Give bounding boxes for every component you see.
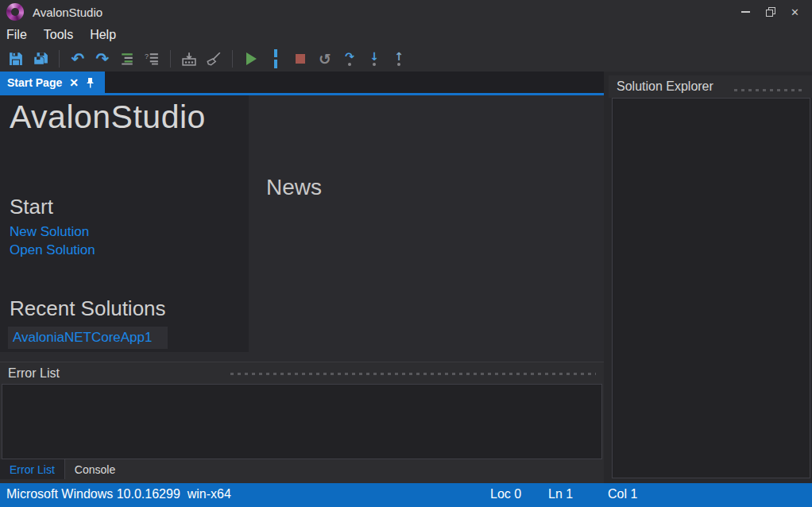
status-column: Col 1: [608, 487, 637, 501]
toolbar-separator: [232, 50, 233, 68]
toolbar: ↶ ↷ ? ↺ ↷ ↓ ↑: [0, 45, 812, 72]
undo-button[interactable]: ↶: [68, 49, 87, 68]
redo-button[interactable]: ↷: [93, 49, 112, 68]
step-into-icon: ↓: [369, 52, 379, 61]
new-solution-link[interactable]: New Solution: [10, 223, 95, 241]
status-loc: Loc 0: [490, 487, 521, 501]
undo-icon: ↶: [72, 52, 85, 66]
window-title: AvalonStudio: [33, 6, 102, 19]
tab-console[interactable]: Console: [65, 459, 125, 479]
step-into-button[interactable]: ↓: [365, 49, 384, 68]
format-document-button[interactable]: [118, 49, 137, 68]
tab-start-page[interactable]: Start Page ✕: [0, 72, 105, 93]
redo-icon: ↷: [96, 52, 110, 66]
close-icon: ✕: [791, 6, 799, 18]
tab-label: Start Page: [7, 76, 62, 89]
menu-bar: File Tools Help: [0, 24, 812, 45]
recent-solutions-heading: Recent Solutions: [10, 296, 166, 321]
error-list-header: Error List: [0, 362, 604, 384]
toolbar-separator: [59, 50, 60, 68]
open-solution-link[interactable]: Open Solution: [10, 241, 95, 259]
error-list-drag-handle[interactable]: [230, 373, 596, 375]
toolbar-separator: [170, 50, 171, 68]
stop-button[interactable]: [291, 49, 310, 68]
start-page-title: AvalonStudio: [10, 99, 249, 136]
status-bar: Microsoft Windows 10.0.16299 win-x64 Loc…: [0, 483, 812, 507]
start-page-document: AvalonStudio Start New Solution Open Sol…: [0, 95, 604, 362]
format-document-icon: [120, 52, 134, 65]
restart-button[interactable]: ↺: [315, 49, 334, 68]
solution-explorer-title: Solution Explorer: [617, 79, 713, 94]
format-selection-button[interactable]: ?: [142, 49, 161, 68]
close-button[interactable]: ✕: [783, 0, 807, 24]
solution-explorer-tree[interactable]: [612, 98, 810, 478]
status-line: Ln 1: [548, 487, 573, 501]
svg-text:?: ?: [145, 52, 149, 60]
build-icon: [182, 52, 196, 66]
error-list-title: Error List: [8, 366, 60, 381]
clean-button[interactable]: [204, 49, 223, 68]
avalonstudio-window: AvalonStudio ✕ File Tools Help: [0, 0, 812, 507]
stop-icon: [296, 54, 305, 64]
run-icon: [246, 52, 257, 65]
minimize-button[interactable]: [733, 0, 758, 24]
run-button[interactable]: [242, 49, 261, 68]
solution-explorer-header: Solution Explorer: [609, 75, 812, 98]
menu-file[interactable]: File: [6, 28, 27, 42]
start-heading: Start: [10, 195, 53, 219]
tab-error-list[interactable]: Error List: [0, 459, 65, 479]
save-button[interactable]: [6, 49, 25, 68]
tab-pin-icon[interactable]: [86, 77, 95, 88]
start-page-left-column: AvalonStudio Start New Solution Open Sol…: [0, 95, 249, 352]
window-controls: ✕: [733, 0, 807, 24]
pause-button[interactable]: [266, 49, 285, 68]
news-heading: News: [266, 175, 322, 200]
error-list-content[interactable]: [2, 384, 602, 459]
status-platform: Microsoft Windows 10.0.16299 win-x64: [6, 487, 231, 501]
tab-close-icon[interactable]: ✕: [69, 77, 79, 88]
solution-explorer-drag-handle[interactable]: [734, 89, 804, 91]
step-over-button[interactable]: ↷: [340, 49, 359, 68]
menu-tools[interactable]: Tools: [44, 28, 73, 42]
minimize-icon: [741, 11, 750, 13]
restart-icon: ↺: [319, 52, 331, 66]
app-logo-icon: [6, 3, 24, 21]
solution-explorer-panel: Solution Explorer: [604, 72, 812, 485]
recent-solution-item[interactable]: AvaloniaNETCoreApp1: [8, 327, 168, 349]
save-all-icon: [33, 52, 48, 66]
title-bar[interactable]: AvalonStudio ✕: [0, 0, 812, 24]
editor-tab-strip: Start Page ✕: [0, 72, 604, 93]
format-selection-icon: ?: [145, 52, 159, 65]
save-all-button[interactable]: [31, 49, 50, 68]
save-icon: [9, 52, 23, 66]
step-over-icon: ↷: [345, 52, 354, 61]
clean-icon: [206, 52, 222, 66]
restore-icon: [766, 7, 775, 17]
start-links: New Solution Open Solution: [10, 223, 95, 259]
build-button[interactable]: [180, 49, 199, 68]
restore-button[interactable]: [758, 0, 783, 24]
bottom-panel-tab-bar: Error List Console: [0, 459, 604, 479]
step-out-button[interactable]: ↑: [389, 49, 408, 68]
pause-icon: [274, 49, 277, 58]
menu-help[interactable]: Help: [90, 28, 116, 42]
step-out-icon: ↑: [394, 52, 404, 61]
